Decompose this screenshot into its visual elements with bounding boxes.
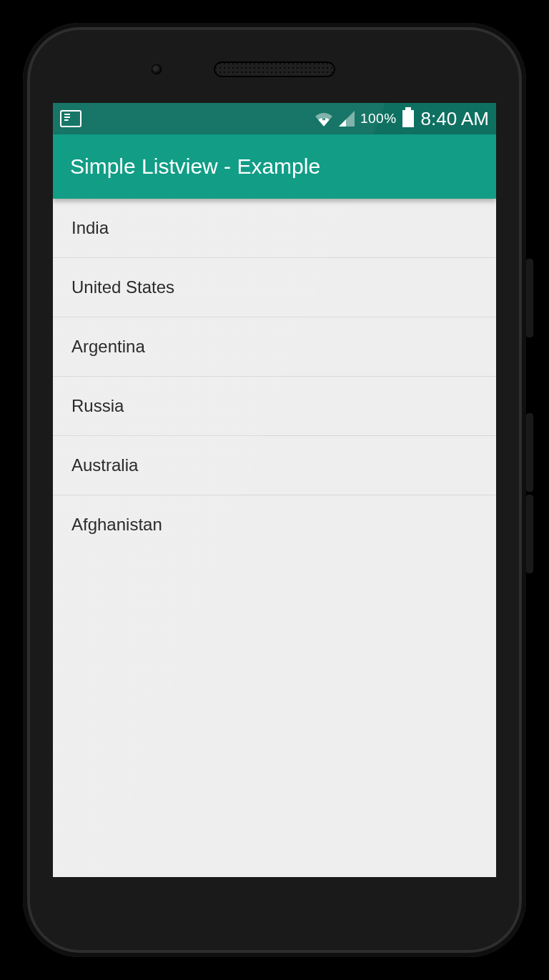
list-item[interactable]: Argentina [53, 317, 496, 377]
phone-body: 100% 8:40 AM Simple Listview - Example I… [23, 23, 526, 957]
list-item[interactable]: Afghanistan [53, 495, 496, 554]
power-button[interactable] [526, 259, 533, 337]
listview[interactable]: IndiaUnited StatesArgentinaRussiaAustral… [53, 199, 496, 554]
app-bar-title: Simple Listview - Example [70, 154, 320, 179]
google-news-icon [60, 110, 81, 127]
wifi-icon [315, 111, 333, 127]
volume-down-button[interactable] [526, 495, 533, 573]
list-item-label: United States [71, 277, 174, 297]
screen: 100% 8:40 AM Simple Listview - Example I… [53, 103, 496, 877]
status-bar[interactable]: 100% 8:40 AM [53, 103, 496, 134]
clock-label: 8:40 AM [421, 108, 489, 130]
front-camera [152, 64, 162, 74]
list-item-label: Afghanistan [71, 515, 162, 535]
app-bar: Simple Listview - Example [53, 134, 496, 199]
list-item-label: Australia [71, 455, 138, 475]
list-item[interactable]: United States [53, 258, 496, 317]
volume-up-button[interactable] [526, 413, 533, 492]
list-item[interactable]: Russia [53, 377, 496, 436]
status-bar-left [60, 110, 81, 127]
list-item-label: India [71, 218, 109, 238]
cell-signal-icon [339, 111, 355, 127]
battery-percent-label: 100% [360, 111, 397, 127]
earpiece-speaker [214, 61, 335, 77]
list-item[interactable]: India [53, 199, 496, 258]
list-item-label: Russia [71, 396, 124, 416]
list-item[interactable]: Australia [53, 436, 496, 495]
status-bar-right: 100% 8:40 AM [315, 108, 489, 130]
device-frame-stage: 100% 8:40 AM Simple Listview - Example I… [0, 0, 549, 980]
battery-icon [402, 110, 414, 127]
list-item-label: Argentina [71, 337, 145, 357]
